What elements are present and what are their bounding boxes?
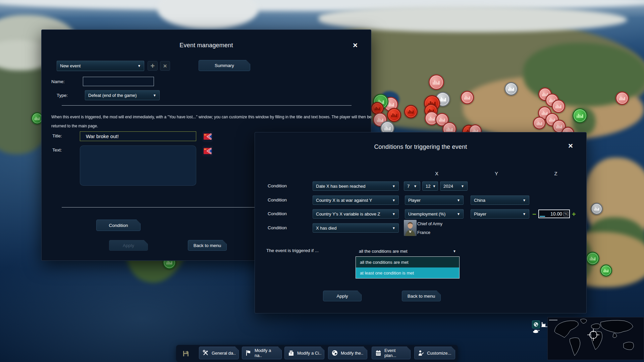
country-x-dropdown[interactable]: Player <box>405 195 464 205</box>
city-marker-green[interactable] <box>573 108 587 123</box>
city-marker-green[interactable] <box>600 264 612 277</box>
person-title: Chief of Army <box>417 222 442 226</box>
tank-icon <box>532 328 540 333</box>
column-header-y: Y <box>493 171 500 176</box>
city-skyline-icon <box>556 124 562 129</box>
minimap-tank-toggle[interactable] <box>532 328 541 334</box>
city-skyline-icon <box>603 268 609 273</box>
close-icon[interactable]: × <box>353 41 358 49</box>
city-marker-pink[interactable] <box>533 117 546 129</box>
text-language-flag-button[interactable] <box>202 145 213 157</box>
city-marker-gray[interactable] <box>504 82 518 96</box>
dialog-title: Conditions for triggering the event <box>255 143 586 150</box>
city-marker-pink[interactable] <box>461 91 474 104</box>
apply-button[interactable]: Apply <box>323 291 362 301</box>
condition-type-dropdown[interactable]: Country X is at war against Y <box>313 195 399 205</box>
close-icon[interactable]: × <box>568 142 573 150</box>
trigger-option-any[interactable]: at least one condition is met <box>356 267 459 278</box>
condition-type-dropdown[interactable]: Country Y's X variable is above Z <box>313 209 399 219</box>
minimap-globe-toggle[interactable] <box>532 320 540 328</box>
condition-type-dropdown[interactable]: X has died <box>313 223 399 233</box>
city-marker-gray[interactable] <box>591 203 603 215</box>
plus-icon: + <box>151 62 155 70</box>
title-language-flag-button[interactable] <box>202 131 213 142</box>
city-skyline-icon <box>374 106 381 111</box>
event-description-line2: returned to the main page. <box>51 123 98 128</box>
city-marker-red[interactable] <box>387 108 401 122</box>
taskbar-item-modify-world[interactable]: Modify the.. <box>328 347 367 359</box>
minimap-panel[interactable] <box>547 317 644 360</box>
title-label: Title: <box>52 133 62 138</box>
trigger-label: The event is triggered if ... <box>266 248 319 253</box>
chevron-down-icon: ▼ <box>453 249 456 253</box>
city-skyline-icon <box>439 96 446 102</box>
city-marker-green[interactable] <box>586 252 599 265</box>
city-marker-pink[interactable] <box>429 74 444 90</box>
event-text-area[interactable] <box>80 145 196 186</box>
city-skyline-icon <box>589 256 596 261</box>
condition-type-dropdown[interactable]: Date X has been reached <box>313 181 399 191</box>
threshold-input[interactable]: 10.00 % <box>538 209 570 218</box>
condition-row-label: Condition <box>268 197 287 202</box>
threshold-progress-bar <box>540 216 545 217</box>
taskbar-item-event-planner[interactable]: Event plan... <box>372 347 411 359</box>
day-dropdown[interactable]: 7 <box>404 181 420 191</box>
month-dropdown[interactable]: 12 <box>422 181 438 191</box>
city-skyline-icon <box>555 104 562 109</box>
country-y-dropdown[interactable]: Player <box>471 209 529 219</box>
unit-badge: % <box>564 212 568 216</box>
city-marker-red[interactable] <box>404 105 418 118</box>
taskbar-item-modify-city[interactable]: Modify a Ci.. <box>284 347 324 359</box>
variable-dropdown[interactable]: Unemployment (%) <box>405 209 464 219</box>
person-country: France <box>417 230 430 235</box>
city-skyline-icon <box>619 96 626 101</box>
name-label: Name: <box>51 79 65 84</box>
trigger-value: all the conditions are met <box>359 249 408 254</box>
taskbar-item-customize[interactable]: Customize... <box>414 347 455 359</box>
threshold-value: 10.00 <box>550 211 562 217</box>
globe-icon <box>331 350 338 356</box>
column-header-z: Z <box>552 171 559 176</box>
column-header-x: X <box>433 171 440 176</box>
country-y-dropdown[interactable]: China <box>471 195 529 205</box>
dialog-title: Event management <box>42 42 371 49</box>
bottom-taskbar: General da.. Modify a na.. Modify a Ci.. <box>176 345 458 362</box>
name-input[interactable] <box>83 77 154 86</box>
city-skyline-icon <box>439 117 445 122</box>
taskbar-item-modify-nation[interactable]: Modify a na.. <box>242 347 282 359</box>
type-dropdown[interactable]: Defeat (end of the game) <box>85 90 160 100</box>
city-skyline-icon <box>508 86 515 92</box>
flag-icon <box>245 350 252 356</box>
type-label: Type: <box>57 93 68 98</box>
type-value: Defeat (end of the game) <box>88 93 137 98</box>
save-button[interactable] <box>180 349 192 358</box>
game-screen: Event management × New event + × Summary… <box>0 0 644 362</box>
event-description-line1: When this event is triggered, the mod wi… <box>51 114 371 119</box>
person-portrait[interactable] <box>404 220 417 236</box>
summary-button[interactable]: Summary <box>199 60 250 71</box>
city-marker-pink[interactable] <box>615 92 629 105</box>
city-marker-pink[interactable] <box>552 100 565 113</box>
city-skyline-icon <box>384 125 391 131</box>
city-skyline-icon <box>428 116 435 121</box>
decrement-button[interactable]: − <box>532 210 536 218</box>
condition-button[interactable]: Condition <box>96 220 141 231</box>
minimap-factory-toggle[interactable] <box>540 320 548 328</box>
city-skyline-icon <box>536 121 543 126</box>
event-title-input[interactable] <box>80 131 196 141</box>
back-to-menu-button[interactable]: Back to menu <box>188 240 227 251</box>
year-dropdown[interactable]: 2024 <box>440 181 468 191</box>
add-event-button[interactable]: + <box>148 61 158 71</box>
calendar-icon <box>375 350 382 356</box>
trigger-option-all[interactable]: all the conditions are met <box>356 257 459 267</box>
conditions-dialog: Conditions for triggering the event × X … <box>255 132 587 313</box>
delete-event-button[interactable]: × <box>160 61 170 71</box>
trigger-dropdown[interactable]: all the conditions are met ▼ <box>356 247 460 255</box>
back-to-menu-button[interactable]: Back to menu <box>402 291 441 301</box>
china-uk-flag-icon <box>204 148 212 154</box>
increment-button[interactable]: + <box>572 210 576 218</box>
taskbar-item-general-data[interactable]: General da.. <box>199 347 239 359</box>
city-skyline-icon <box>464 95 471 100</box>
event-selector-dropdown[interactable]: New event <box>57 61 144 71</box>
apply-button: Apply <box>109 240 148 251</box>
